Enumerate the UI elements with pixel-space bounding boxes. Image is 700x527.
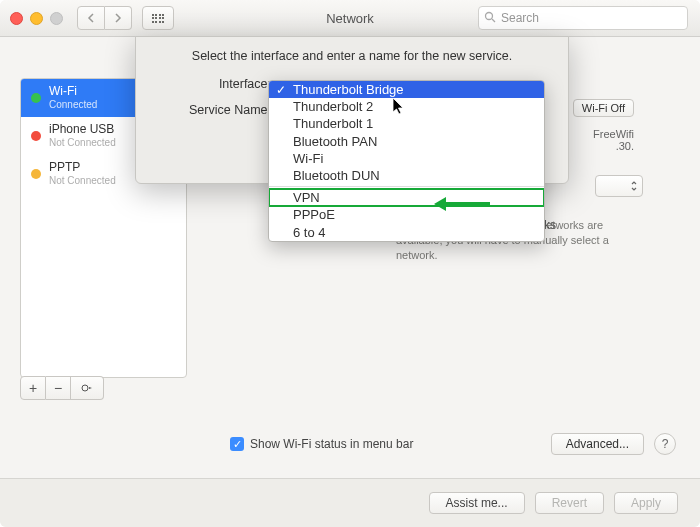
assist-button[interactable]: Assist me... xyxy=(429,492,525,514)
forward-button[interactable] xyxy=(105,6,132,30)
service-name-label: Service Name: xyxy=(136,103,277,117)
option-wifi[interactable]: Wi-Fi xyxy=(269,150,544,167)
status-dot-icon xyxy=(31,131,41,141)
svg-point-0 xyxy=(486,13,493,20)
search-icon xyxy=(484,11,496,23)
svg-point-2 xyxy=(82,385,88,391)
option-vpn[interactable]: VPN xyxy=(269,189,544,206)
interface-label: Interface: xyxy=(136,77,277,91)
interface-dropdown[interactable]: Thunderbolt Bridge Thunderbolt 2 Thunder… xyxy=(268,80,545,242)
status-dot-icon xyxy=(31,169,41,179)
advanced-button[interactable]: Advanced... xyxy=(551,433,644,455)
all-prefs-button[interactable] xyxy=(142,6,174,30)
svg-line-1 xyxy=(492,19,495,22)
remove-service-button[interactable]: − xyxy=(46,376,71,400)
list-edit-buttons: + − xyxy=(20,376,104,400)
wifi-info-text: FreeWifi.30. xyxy=(564,128,634,152)
option-6to4[interactable]: 6 to 4 xyxy=(269,224,544,241)
search-placeholder: Search xyxy=(501,11,539,25)
wifi-off-button[interactable]: Wi-Fi Off xyxy=(573,99,634,117)
option-bluetooth-pan[interactable]: Bluetooth PAN xyxy=(269,133,544,150)
footer: Assist me... Revert Apply xyxy=(0,478,700,527)
dropdown-separator xyxy=(269,186,544,187)
apply-button[interactable]: Apply xyxy=(614,492,678,514)
option-pppoe[interactable]: PPPoE xyxy=(269,206,544,223)
service-status: Not Connected xyxy=(49,175,148,187)
back-button[interactable] xyxy=(77,6,105,30)
add-service-button[interactable]: + xyxy=(20,376,46,400)
service-name: PPTP xyxy=(49,161,148,175)
service-actions-button[interactable] xyxy=(71,376,104,400)
network-window: Network Search Wi-FiConnected iPhone USB… xyxy=(0,0,700,527)
sheet-prompt: Select the interface and enter a name fo… xyxy=(136,49,568,63)
window-controls xyxy=(10,12,63,25)
titlebar: Network Search xyxy=(0,0,700,37)
nav-buttons xyxy=(77,6,132,30)
show-status-row: ✓ Show Wi-Fi status in menu bar xyxy=(230,437,413,451)
status-dot-icon xyxy=(31,93,41,103)
minimize-window-icon[interactable] xyxy=(30,12,43,25)
show-status-checkbox[interactable]: ✓ xyxy=(230,437,244,451)
option-thunderbolt-1[interactable]: Thunderbolt 1 xyxy=(269,115,544,132)
revert-button[interactable]: Revert xyxy=(535,492,604,514)
search-input[interactable]: Search xyxy=(478,6,688,30)
zoom-window-icon[interactable] xyxy=(50,12,63,25)
option-thunderbolt-bridge[interactable]: Thunderbolt Bridge xyxy=(269,81,544,98)
show-status-label: Show Wi-Fi status in menu bar xyxy=(250,437,413,451)
help-button[interactable]: ? xyxy=(654,433,676,455)
option-bluetooth-dun[interactable]: Bluetooth DUN xyxy=(269,167,544,184)
network-selector[interactable] xyxy=(595,175,643,197)
option-thunderbolt-2[interactable]: Thunderbolt 2 xyxy=(269,98,544,115)
close-window-icon[interactable] xyxy=(10,12,23,25)
